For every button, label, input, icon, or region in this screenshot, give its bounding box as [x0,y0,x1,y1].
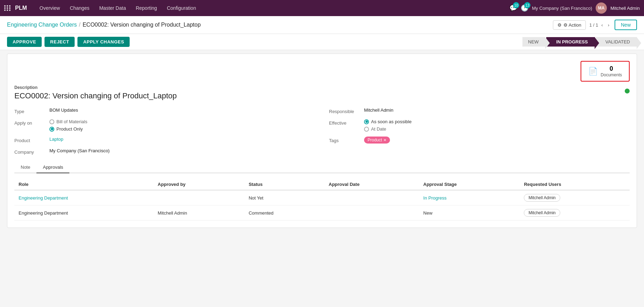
action-buttons: APPROVE REJECT APPLY CHANGES [7,37,130,47]
pipeline-step-inprogress[interactable]: IN PROGRESS [546,37,595,47]
apply-product-radio[interactable] [49,127,54,132]
form-fields: Type BOM Updates Apply on Bill of Materi… [14,107,630,155]
effective-radio-group: As soon as possible At Date [364,119,412,132]
apply-product-option[interactable]: Product Only [49,126,87,132]
documents-info: 0 Documents [601,65,622,77]
col-requested-users: Requested Users [520,179,630,190]
avatar[interactable]: MA [596,2,607,14]
row2-user-chip: Mitchell Admin [524,209,560,217]
row2-approval-date [324,205,419,221]
apply-on-field: Apply on Bill of Materials Product Only [14,119,315,132]
user-name: Mitchell Admin [610,6,640,11]
row1-stage-link[interactable]: In Progress [423,195,446,201]
row2-requested-users: Mitchell Admin [520,205,630,221]
pagination-prev[interactable]: ‹ [600,22,604,28]
row1-role[interactable]: Engineering Department [14,190,153,205]
reject-button[interactable]: REJECT [44,37,75,47]
tags-container: Product ✕ [364,137,390,144]
tab-note[interactable]: Note [14,162,36,173]
type-label: Type [14,107,46,114]
nav-master-data[interactable]: Master Data [95,2,130,14]
breadcrumb-parent[interactable]: Engineering Change Orders [7,22,77,28]
type-value: BOM Updates [49,107,78,113]
company-value: My Company (San Francisco) [49,148,110,153]
document-icon: 📄 [588,67,598,76]
activity-icon-button[interactable]: 🕐 13 [521,4,528,12]
responsible-value: Mitchell Admin [364,107,393,113]
breadcrumb-current: ECO0002: Version changing of Product_Lap… [83,22,201,28]
nav-right: 💬 10 🕐 13 My Company (San Francisco) MA … [509,2,640,14]
row1-user-chip: Mitchell Admin [524,194,560,202]
col-approved-by: Approved by [153,179,245,190]
status-pipeline: NEW IN PROGRESS VALIDATED [522,37,637,47]
apps-menu-icon[interactable] [4,5,11,11]
table-row: Engineering Department Mitchell Admin Co… [14,205,630,221]
documents-count: 0 [601,65,622,72]
app-brand[interactable]: PLM [15,5,27,11]
row1-role-link[interactable]: Engineering Department [19,195,68,201]
nav-overview[interactable]: Overview [35,2,64,14]
tags-field: Tags Product ✕ [329,137,630,144]
breadcrumb: Engineering Change Orders / ECO0002: Ver… [7,22,201,28]
table-row: Engineering Department Not Yet In Progre… [14,190,630,205]
type-field: Type BOM Updates [14,107,315,114]
tag-product: Product ✕ [364,137,390,144]
action-button[interactable]: ⚙ ⚙ Action [553,20,586,30]
tag-remove-icon[interactable]: ✕ [383,138,386,142]
action-bar: APPROVE REJECT APPLY CHANGES NEW IN PROG… [0,34,644,50]
nav-reporting[interactable]: Reporting [131,2,161,14]
effective-label: Effective [329,119,361,126]
row2-role: Engineering Department [14,205,153,221]
apply-bom-radio[interactable] [49,119,54,124]
form-header: Description ECO0002: Version changing of… [14,85,630,100]
approve-button[interactable]: APPROVE [7,37,42,47]
effective-asap-option[interactable]: As soon as possible [364,119,412,124]
table-body: Engineering Department Not Yet In Progre… [14,190,630,221]
pagination-next[interactable]: › [606,22,611,28]
main-content: 📄 0 Documents Description ECO0002: Versi… [0,54,644,235]
pipeline-step-validated[interactable]: VALIDATED [596,37,637,47]
effective-date-label: At Date [371,126,386,132]
description-label: Description [14,85,177,90]
chat-icon-button[interactable]: 💬 10 [509,4,517,12]
responsible-field: Responsible Mitchell Admin [329,107,630,114]
effective-date-option[interactable]: At Date [364,126,412,132]
documents-label: Documents [601,72,622,77]
content-card: 📄 0 Documents Description ECO0002: Versi… [7,54,637,228]
tags-label: Tags [329,137,361,143]
pipeline-step-new[interactable]: NEW [522,37,546,47]
right-fields: Responsible Mitchell Admin Effective As … [329,107,630,155]
col-approval-date: Approval Date [324,179,419,190]
row2-approval-stage: New [419,205,520,221]
documents-button[interactable]: 📄 0 Documents [581,61,630,82]
row2-approved-by: Mitchell Admin [153,205,245,221]
pagination-text: 1 / 1 [589,22,598,28]
chat-badge: 10 [513,2,519,8]
nav-changes[interactable]: Changes [66,2,94,14]
row2-status: Commented [245,205,324,221]
effective-asap-radio[interactable] [364,119,369,124]
activity-badge: 13 [524,2,530,8]
tabs: Note Approvals [14,162,630,173]
apply-bom-option[interactable]: Bill of Materials [49,119,87,124]
col-role: Role [14,179,153,190]
product-value[interactable]: Laptop [49,137,63,142]
nav-links: Overview Changes Master Data Reporting C… [35,2,509,14]
effective-field: Effective As soon as possible At Date [329,119,630,132]
apply-product-label: Product Only [56,126,83,132]
apply-changes-button[interactable]: APPLY CHANGES [77,37,130,47]
form-title: ECO0002: Version changing of Product_Lap… [14,91,177,100]
nav-configuration[interactable]: Configuration [163,2,200,14]
apply-bom-label: Bill of Materials [56,119,87,124]
new-button[interactable]: New [615,20,637,30]
apply-on-radio-group: Bill of Materials Product Only [49,119,87,132]
company-name: My Company (San Francisco) [532,6,592,11]
tab-approvals[interactable]: Approvals [36,162,69,173]
product-field: Product Laptop [14,137,315,143]
product-label: Product [14,137,46,143]
breadcrumb-bar: Engineering Change Orders / ECO0002: Ver… [0,16,644,34]
effective-date-radio[interactable] [364,127,369,132]
breadcrumb-separator: / [79,22,80,28]
top-navigation: PLM Overview Changes Master Data Reporti… [0,0,644,16]
row1-approval-stage[interactable]: In Progress [419,190,520,205]
